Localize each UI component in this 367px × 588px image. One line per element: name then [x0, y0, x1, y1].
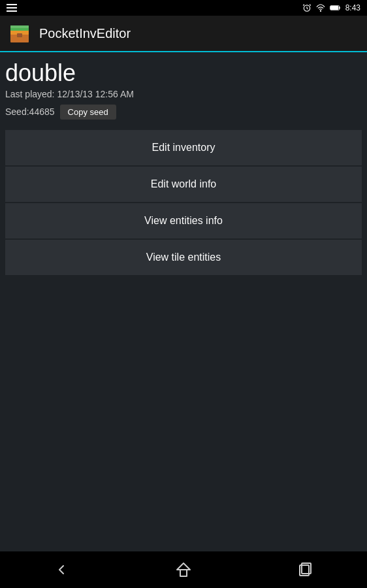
main-content: double Last played: 12/13/13 12:56 AM Se… — [0, 52, 367, 551]
battery-icon — [330, 4, 342, 12]
copy-seed-button[interactable]: Copy seed — [60, 105, 116, 120]
app-icon — [8, 22, 31, 45]
status-bar-left — [7, 4, 17, 12]
status-time: 8:43 — [345, 3, 360, 12]
action-buttons: Edit inventory Edit world info View enti… — [5, 130, 362, 275]
status-bar: 8:43 — [0, 0, 367, 16]
svg-rect-11 — [180, 570, 187, 576]
svg-rect-3 — [330, 6, 338, 9]
last-played-label: Last played: — [5, 89, 55, 99]
edit-inventory-button[interactable]: Edit inventory — [5, 130, 362, 165]
hamburger-icon — [7, 4, 17, 12]
seed-label: Seed: — [5, 106, 29, 117]
wifi-icon — [315, 3, 326, 12]
svg-rect-7 — [10, 25, 29, 28]
home-icon — [176, 562, 191, 578]
svg-point-1 — [320, 10, 321, 11]
app-title: PocketInvEditor — [39, 26, 131, 41]
seed-value: 44685 — [29, 106, 55, 117]
view-tile-entities-button[interactable]: View tile entities — [5, 240, 362, 275]
status-bar-right: 8:43 — [302, 3, 360, 12]
back-button[interactable] — [38, 557, 85, 583]
back-icon — [54, 562, 69, 578]
last-played-value: 12/13/13 12:56 AM — [57, 89, 134, 99]
nav-bar — [0, 551, 367, 588]
world-name: double — [5, 60, 362, 86]
seed-row: Seed: 44685 Copy seed — [5, 105, 362, 120]
last-played: Last played: 12/13/13 12:56 AM — [5, 89, 362, 99]
home-button[interactable] — [160, 557, 207, 583]
view-entities-info-button[interactable]: View entities info — [5, 203, 362, 238]
recents-icon — [298, 562, 313, 578]
alarm-icon — [302, 3, 311, 12]
edit-world-info-button[interactable]: Edit world info — [5, 167, 362, 202]
app-bar: PocketInvEditor — [0, 16, 367, 52]
recents-button[interactable] — [282, 557, 329, 583]
svg-marker-10 — [177, 563, 190, 570]
svg-rect-9 — [18, 34, 22, 37]
